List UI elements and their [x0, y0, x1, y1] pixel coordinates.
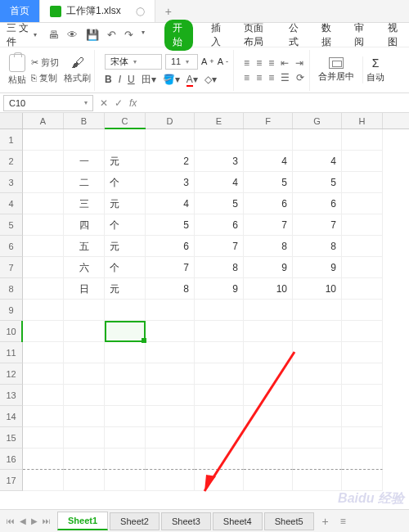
sheet-nav-first-icon[interactable]: ⏮	[7, 516, 15, 525]
col-header-C[interactable]: C	[105, 113, 146, 128]
row-header[interactable]: 13	[0, 385, 23, 406]
align-top-icon[interactable]: ≡	[244, 57, 249, 69]
tab-formula[interactable]: 公式	[285, 20, 303, 51]
column-headers: A B C D E F G H	[0, 113, 409, 129]
align-middle-icon[interactable]: ≡	[256, 57, 262, 69]
sheet-tab-bar: ⏮ ◀ ▶ ⏭ Sheet1 Sheet2 Sheet3 Sheet4 Shee…	[0, 509, 409, 532]
row-header[interactable]: 4	[0, 193, 23, 214]
row-header[interactable]: 9	[0, 300, 23, 321]
tab-view[interactable]: 视图	[384, 20, 402, 51]
file-menu[interactable]: 三 文件 ▾	[7, 21, 37, 49]
col-header-D[interactable]: D	[146, 113, 195, 128]
document-unsaved-icon: ◯	[136, 7, 145, 16]
sheet-menu-button[interactable]: ≡	[335, 512, 351, 530]
italic-button[interactable]: I	[119, 74, 121, 85]
sheet-tab-1[interactable]: Sheet1	[57, 512, 108, 530]
tab-layout[interactable]: 页面布局	[240, 20, 271, 51]
redo-icon[interactable]: ↷	[124, 29, 133, 41]
home-tab[interactable]: 首页	[0, 0, 40, 22]
fx-icon[interactable]: fx	[129, 97, 137, 109]
formula-input[interactable]	[143, 95, 409, 111]
orientation-icon[interactable]: ⟳	[296, 72, 304, 83]
document-tab-label: 工作簿1.xlsx	[66, 4, 121, 18]
autosum-label: 自动	[366, 71, 384, 83]
clipboard-icon	[9, 54, 25, 72]
align-center-icon[interactable]: ≡	[256, 72, 262, 83]
sheet-nav-next-icon[interactable]: ▶	[31, 516, 38, 525]
col-header-E[interactable]: E	[195, 113, 244, 128]
row-header[interactable]: 3	[0, 172, 23, 193]
sheet-tab-4[interactable]: Sheet4	[213, 512, 263, 530]
row-header[interactable]: 17	[0, 470, 23, 491]
row-header[interactable]: 2	[0, 151, 23, 172]
print-icon[interactable]: 🖶	[48, 29, 59, 41]
row-header[interactable]: 6	[0, 236, 23, 257]
sheet-tab-3[interactable]: Sheet3	[161, 512, 211, 530]
fill-color-button[interactable]: 🪣▾	[163, 74, 180, 85]
preview-icon[interactable]: 👁	[67, 29, 78, 41]
col-header-B[interactable]: B	[64, 113, 105, 128]
dropdown-icon: ▾	[84, 99, 88, 106]
row-header[interactable]: 5	[0, 214, 23, 236]
tab-data[interactable]: 数据	[318, 20, 336, 51]
home-tab-label: 首页	[10, 4, 29, 18]
confirm-formula-icon[interactable]: ✓	[115, 97, 123, 109]
autosum-button[interactable]: Σ 自动	[362, 56, 388, 83]
border-button[interactable]: 田▾	[142, 73, 156, 87]
row-header[interactable]: 15	[0, 427, 23, 449]
row-header[interactable]: 1	[0, 129, 23, 151]
save-icon[interactable]: 💾	[86, 29, 99, 41]
col-header-F[interactable]: F	[244, 113, 293, 128]
row-header[interactable]: 14	[0, 406, 23, 427]
merge-button[interactable]: 合并居中	[315, 57, 357, 83]
row-headers: 1 2 3 4 5 6 7 8 9 10 11 12 13 14 15 16 1…	[0, 129, 23, 491]
document-tab[interactable]: 工作簿1.xlsx ◯	[40, 0, 155, 22]
add-sheet-button[interactable]: +	[316, 512, 335, 531]
col-header-A[interactable]: A	[23, 113, 64, 128]
sheet-tab-5[interactable]: Sheet5	[264, 512, 314, 530]
row-header[interactable]: 11	[0, 342, 23, 363]
merge-icon	[329, 57, 344, 69]
row-header[interactable]: 10	[0, 321, 23, 342]
indent-increase-icon[interactable]: ⇥	[295, 57, 303, 69]
cancel-formula-icon[interactable]: ✕	[100, 97, 108, 109]
row-header[interactable]: 12	[0, 363, 23, 385]
cut-button[interactable]: ✂剪切	[31, 56, 59, 69]
align-bottom-icon[interactable]: ≡	[268, 57, 274, 69]
bold-button[interactable]: B	[105, 74, 112, 85]
undo-icon[interactable]: ↶	[107, 29, 116, 41]
tab-review[interactable]: 审阅	[351, 20, 369, 51]
format-painter-button[interactable]: 🖌 格式刷	[64, 56, 91, 84]
increase-font-button[interactable]: A+	[201, 54, 214, 70]
row-header[interactable]: 16	[0, 449, 23, 470]
dropdown-icon[interactable]: ▾	[142, 29, 145, 41]
font-color-button[interactable]: A▾	[187, 74, 198, 85]
row-header[interactable]: 8	[0, 278, 23, 300]
font-size-select[interactable]: 11▾	[165, 54, 198, 70]
tab-start[interactable]: 开始	[164, 20, 192, 51]
underline-button[interactable]: U	[128, 74, 135, 85]
sheet-tab-2[interactable]: Sheet2	[110, 512, 160, 530]
paste-button[interactable]: 粘贴	[8, 54, 26, 86]
wrap-text-icon[interactable]: ☰	[281, 72, 290, 83]
dropdown-icon: ▾	[34, 31, 37, 38]
name-box[interactable]: C10 ▾	[3, 95, 93, 111]
sheet-nav-last-icon[interactable]: ⏭	[43, 516, 51, 525]
cells-area[interactable]: 一元2344 二个3455 三元4566 四个5677 五元6788 六个789…	[23, 129, 383, 491]
align-left-icon[interactable]: ≡	[244, 72, 249, 83]
font-name-select[interactable]: 宋体▾	[105, 54, 162, 70]
spreadsheet-icon	[50, 6, 61, 17]
col-header-G[interactable]: G	[293, 113, 342, 128]
select-all-corner[interactable]	[0, 113, 23, 128]
phonetic-button[interactable]: ◇▾	[204, 74, 217, 85]
sheet-nav-prev-icon[interactable]: ◀	[20, 516, 26, 525]
tab-insert[interactable]: 插入	[208, 20, 226, 51]
indent-decrease-icon[interactable]: ⇤	[281, 57, 289, 69]
align-right-icon[interactable]: ≡	[268, 72, 274, 83]
col-header-H[interactable]: H	[342, 113, 383, 128]
row-header[interactable]: 7	[0, 257, 23, 278]
name-box-value: C10	[9, 98, 25, 108]
format-painter-label: 格式刷	[64, 72, 91, 84]
decrease-font-button[interactable]: A-	[218, 54, 228, 70]
copy-button[interactable]: ⎘复制	[31, 72, 59, 84]
